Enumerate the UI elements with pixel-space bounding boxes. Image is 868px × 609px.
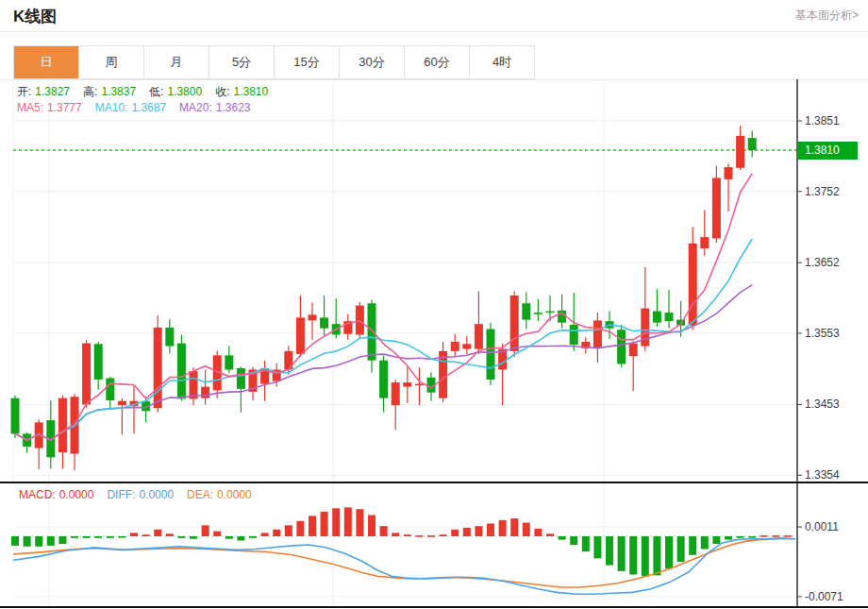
candle-body	[106, 379, 114, 400]
candle-body	[653, 312, 661, 323]
macd-hist-bar	[24, 536, 31, 547]
macd-hist-bar	[487, 524, 494, 537]
macd-hist-bar	[570, 536, 577, 545]
macd-axis-label: 0.0011	[805, 520, 839, 533]
candle-body	[570, 325, 578, 345]
macd-hist-bar	[499, 520, 507, 536]
macd-hist-bar	[463, 528, 471, 536]
macd-hist-bar	[677, 536, 685, 562]
candle-body	[736, 136, 744, 168]
candle-body	[154, 328, 162, 408]
legend-label: DIFF:	[107, 488, 135, 501]
macd-hist-bar	[35, 536, 42, 547]
macd-hist-bar	[725, 536, 732, 540]
candle-body	[94, 344, 103, 380]
candle-body	[665, 313, 674, 321]
legend-label: 低:	[149, 85, 163, 98]
macd-hist-bar	[107, 536, 114, 538]
macd-hist-bar	[356, 509, 363, 536]
candle-body	[82, 344, 91, 405]
macd-legend: MACD:0.0000DIFF:0.0000DEA:0.0000	[19, 488, 265, 501]
macd-hist-bar	[582, 536, 590, 551]
candle-body	[593, 320, 602, 347]
macd-hist-bar	[475, 526, 482, 536]
candle-body	[379, 361, 388, 398]
price-axis-label: 1.3354	[805, 468, 840, 482]
candle-body	[522, 303, 530, 319]
legend-value: 1.3810	[233, 85, 268, 98]
macd-hist-bar	[523, 523, 530, 536]
macd-hist-bar	[71, 536, 78, 538]
macd-hist-bar	[249, 536, 257, 538]
macd-hist-bar	[404, 534, 411, 536]
candle-body	[629, 344, 638, 357]
legend-label: MA10:	[95, 101, 128, 114]
candle-body	[462, 344, 471, 348]
legend-value: 0.0000	[139, 488, 174, 501]
candle-body	[309, 314, 317, 320]
macd-hist-bar	[213, 532, 221, 536]
legend-label: MACD:	[19, 488, 56, 501]
macd-hist-bar	[130, 533, 138, 536]
candle-body	[487, 329, 495, 380]
candle-body	[689, 244, 697, 326]
legend-value: 0.0000	[217, 488, 252, 501]
price-axis-label: 1.3752	[805, 185, 840, 198]
macd-hist-bar	[689, 536, 696, 555]
macd-hist-bar	[642, 536, 649, 576]
macd-hist-bar	[142, 534, 150, 536]
price-axis-label: 1.3553	[805, 327, 840, 340]
legend-label: DEA:	[187, 488, 213, 501]
candle-body	[368, 303, 376, 360]
candle-body	[700, 237, 709, 248]
macd-axis-label: -0.0071	[805, 590, 843, 603]
candle-body	[165, 328, 174, 347]
candle-body	[748, 138, 757, 150]
macd-hist-bar	[177, 536, 185, 538]
macd-hist-bar	[190, 536, 197, 539]
macd-hist-bar	[154, 530, 161, 536]
macd-hist-bar	[760, 535, 768, 537]
legend-value: 1.3777	[47, 101, 82, 114]
candle-body	[403, 382, 411, 387]
candle-body	[725, 167, 733, 179]
macd-hist-bar	[47, 536, 55, 546]
macd-hist-bar	[11, 536, 19, 546]
legend-value: 1.3827	[35, 85, 70, 98]
candle-body	[225, 355, 233, 369]
macd-hist-bar	[427, 535, 435, 537]
candle-body	[201, 387, 209, 398]
current-price-tag: 1.3810	[797, 142, 858, 160]
ma-legend: MA5:1.3777MA10:1.3687MA20:1.3623	[17, 101, 264, 114]
legend-value: 1.3837	[101, 85, 136, 98]
macd-hist-bar	[309, 516, 316, 536]
legend-value: 1.3687	[131, 101, 166, 114]
legend-label: MA5:	[17, 101, 43, 114]
macd-hist-bar	[118, 536, 125, 538]
macd-hist-bar	[332, 508, 340, 536]
candle-body	[320, 317, 328, 328]
macd-hist-bar	[202, 525, 209, 536]
macd-hist-bar	[606, 536, 613, 566]
candle-body	[118, 401, 126, 406]
macd-hist-bar	[225, 536, 233, 539]
candle-body	[712, 178, 721, 238]
macd-hist-bar	[784, 535, 792, 537]
macd-hist-bar	[83, 536, 91, 538]
macd-hist-bar	[415, 535, 423, 537]
candle-body	[190, 371, 198, 398]
candle-body	[177, 344, 186, 399]
macd-hist-bar	[58, 536, 66, 544]
candle-body	[237, 368, 245, 389]
macd-hist-bar	[618, 536, 626, 571]
macd-hist-bar	[392, 533, 399, 536]
legend-label: 高:	[83, 85, 97, 98]
macd-hist-bar	[546, 533, 554, 536]
macd-hist-bar	[380, 526, 388, 536]
macd-hist-bar	[737, 536, 744, 538]
macd-hist-bar	[261, 533, 269, 536]
macd-hist-bar	[629, 536, 637, 575]
legend-value: 1.3623	[216, 101, 251, 114]
macd-hist-bar	[321, 512, 328, 536]
macd-hist-bar	[344, 507, 352, 536]
